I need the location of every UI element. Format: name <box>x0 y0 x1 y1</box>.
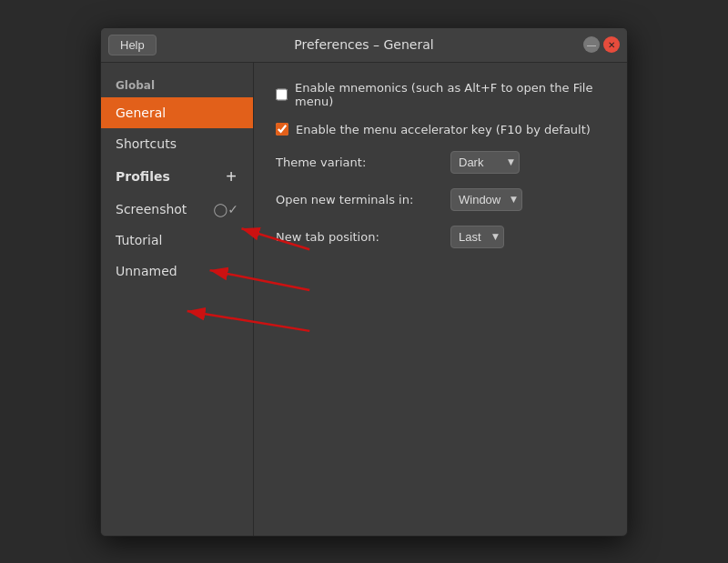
mnemonics-label: Enable mnemonics (such as Alt+F to open … <box>295 81 605 108</box>
screenshot-check-icon: ◯✓ <box>214 202 238 216</box>
newtab-row: New tab position: Last First Next <box>276 226 605 248</box>
theme-row: Theme variant: Dark Light System <box>276 151 605 174</box>
mnemonics-row: Enable mnemonics (such as Alt+F to open … <box>276 81 605 108</box>
window-content: Global General Shortcuts Profiles + Scre… <box>101 63 627 536</box>
titlebar: Help Preferences – General — ✕ <box>101 28 627 63</box>
main-panel: Enable mnemonics (such as Alt+F to open … <box>254 63 627 536</box>
theme-dropdown[interactable]: Dark Light System <box>450 151 520 174</box>
close-button[interactable]: ✕ <box>603 36 620 53</box>
accelerator-label: Enable the menu accelerator key (F10 by … <box>296 123 591 136</box>
newtab-dropdown[interactable]: Last First Next <box>450 226 504 248</box>
profiles-label: Profiles <box>116 169 170 184</box>
accelerator-row: Enable the menu accelerator key (F10 by … <box>276 123 605 136</box>
minimize-button[interactable]: — <box>583 36 600 53</box>
shortcuts-label: Shortcuts <box>116 136 177 151</box>
unnamed-label: Unnamed <box>116 264 177 278</box>
open-terminals-row: Open new terminals in: Window Tab <box>276 188 605 211</box>
theme-dropdown-wrapper: Dark Light System <box>450 151 520 174</box>
preferences-window: Help Preferences – General — ✕ Global <box>100 27 628 537</box>
window-controls: — ✕ <box>583 36 620 53</box>
global-section-label: Global <box>101 70 253 97</box>
open-dropdown[interactable]: Window Tab <box>450 188 522 211</box>
sidebar-item-unnamed[interactable]: Unnamed <box>101 256 253 287</box>
add-profile-button[interactable]: + <box>224 167 238 186</box>
general-label: General <box>116 106 166 120</box>
newtab-label: New tab position: <box>276 230 440 244</box>
sidebar: Global General Shortcuts Profiles + Scre… <box>101 63 254 536</box>
theme-label: Theme variant: <box>276 156 440 169</box>
open-terminals-label: Open new terminals in: <box>276 193 440 206</box>
help-button[interactable]: Help <box>108 35 157 55</box>
titlebar-controls: Help <box>108 35 157 55</box>
open-dropdown-wrapper: Window Tab <box>450 188 522 211</box>
newtab-dropdown-wrapper: Last First Next <box>450 226 504 248</box>
sidebar-item-general[interactable]: General <box>101 97 253 128</box>
sidebar-item-tutorial[interactable]: Tutorial <box>101 225 253 256</box>
sidebar-item-shortcuts[interactable]: Shortcuts <box>101 128 253 159</box>
tutorial-label: Tutorial <box>116 233 162 247</box>
window-title: Preferences – General <box>294 37 433 52</box>
sidebar-item-screenshot[interactable]: Screenshot ◯✓ <box>101 194 253 225</box>
profiles-header: Profiles + <box>101 159 253 194</box>
accelerator-checkbox[interactable] <box>276 123 288 136</box>
mnemonics-checkbox[interactable] <box>276 88 288 101</box>
screenshot-label: Screenshot <box>116 202 187 216</box>
